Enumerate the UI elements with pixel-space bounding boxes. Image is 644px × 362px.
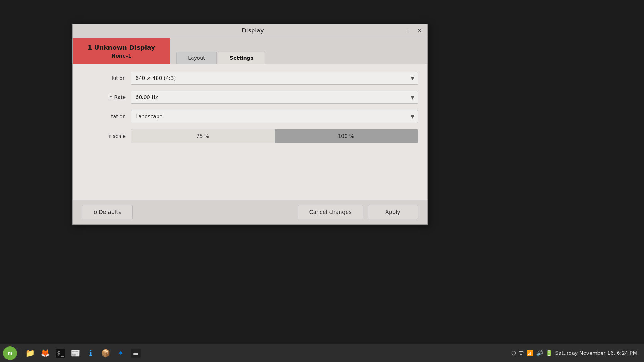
monitor-block[interactable]: 1 Unknown Display None-1 [73, 38, 170, 64]
taskbar-systray: ⬡ 🛡 📶 🔊 🔋 Saturday November 16, 6:24 PM [511, 350, 641, 356]
refresh-rate-dropdown-wrapper: 60.00 Hz 75.00 Hz 144.00 Hz ▼ [131, 91, 418, 104]
resolution-dropdown[interactable]: 640 × 480 (4:3) 800 × 600 (4:3) 1024 × 7… [131, 72, 418, 85]
reader-icon: 📰 [71, 349, 80, 358]
resolution-label: lution [82, 75, 131, 81]
taskbar-icon-file-manager[interactable]: 📁 [24, 347, 37, 360]
rotation-dropdown[interactable]: Landscape Portrait Landscape (Flipped) P… [131, 110, 418, 123]
taskbar-icon-mint-menu[interactable]: m [3, 346, 17, 360]
apply-button[interactable]: Apply [368, 205, 418, 219]
close-button[interactable]: ✕ [415, 26, 424, 35]
refresh-rate-row: h Rate 60.00 Hz 75.00 Hz 144.00 Hz ▼ [82, 91, 418, 104]
cancel-button[interactable]: Cancel changes [298, 205, 363, 219]
defaults-button[interactable]: o Defaults [82, 205, 133, 219]
taskbar-separator-1 [20, 348, 20, 358]
tab-settings[interactable]: Settings [218, 52, 265, 64]
rotation-label: tation [82, 113, 131, 119]
taskbar-icon-vscode[interactable]: ✦ [114, 347, 127, 360]
scale-buttons: 75 % 100 % [131, 129, 418, 143]
resolution-row: lution 640 × 480 (4:3) 800 × 600 (4:3) 1… [82, 72, 418, 85]
monitor-name: 1 Unknown Display [88, 43, 155, 52]
tab-group: Layout Settings [170, 37, 265, 64]
tab-layout[interactable]: Layout [176, 52, 217, 64]
monitor-tabs-area: 1 Unknown Display None-1 Layout Settings [73, 37, 427, 64]
taskbar-icon-firefox[interactable]: 🦊 [39, 347, 52, 360]
info-icon: ℹ [89, 349, 92, 358]
bluetooth-icon: ⬡ [511, 350, 516, 356]
scale-label: r scale [82, 133, 131, 139]
scale-control: 75 % 100 % [131, 129, 418, 143]
titlebar-controls: − ✕ [404, 26, 424, 35]
taskbar-icon-archive[interactable]: 📦 [99, 347, 112, 360]
firefox-icon: 🦊 [41, 349, 50, 358]
taskbar-icon-console[interactable]: ▬ [129, 347, 142, 360]
scale-75-button[interactable]: 75 % [131, 129, 275, 143]
wifi-icon: 📶 [527, 350, 534, 356]
console-icon: ▬ [131, 349, 141, 358]
window-title: Display [102, 27, 404, 34]
monitor-sub: None-1 [111, 52, 131, 60]
taskbar-icon-reader[interactable]: 📰 [69, 347, 82, 360]
refresh-rate-control: 60.00 Hz 75.00 Hz 144.00 Hz ▼ [131, 91, 418, 104]
taskbar: m 📁 🦊 $_ 📰 ℹ 📦 ✦ ▬ ⬡ 🛡 📶 🔊 🔋 Saturday No… [0, 344, 644, 362]
rotation-control: Landscape Portrait Landscape (Flipped) P… [131, 110, 418, 123]
taskbar-icon-info[interactable]: ℹ [84, 347, 97, 360]
vscode-icon: ✦ [118, 349, 124, 358]
shield-icon: 🛡 [519, 350, 524, 356]
rotation-dropdown-wrapper: Landscape Portrait Landscape (Flipped) P… [131, 110, 418, 123]
rotation-row: tation Landscape Portrait Landscape (Fli… [82, 110, 418, 123]
window-content: 1 Unknown Display None-1 Layout Settings… [73, 37, 427, 224]
terminal-icon: $_ [56, 349, 65, 358]
display-settings-window: Display − ✕ 1 Unknown Display None-1 Lay… [72, 24, 428, 225]
scale-100-button[interactable]: 100 % [275, 129, 418, 143]
titlebar: Display − ✕ [73, 24, 427, 37]
archive-icon: 📦 [101, 349, 110, 358]
file-manager-icon: 📁 [25, 349, 35, 358]
battery-icon: 🔋 [546, 350, 552, 356]
resolution-dropdown-wrapper: 640 × 480 (4:3) 800 × 600 (4:3) 1024 × 7… [131, 72, 418, 85]
taskbar-icon-terminal[interactable]: $_ [54, 347, 67, 360]
refresh-rate-dropdown[interactable]: 60.00 Hz 75.00 Hz 144.00 Hz [131, 91, 418, 104]
mint-logo-label: m [8, 351, 13, 356]
refresh-rate-label: h Rate [82, 94, 131, 100]
scale-row: r scale 75 % 100 % [82, 129, 418, 143]
resolution-control: 640 × 480 (4:3) 800 × 600 (4:3) 1024 × 7… [131, 72, 418, 85]
taskbar-clock: Saturday November 16, 6:24 PM [555, 350, 641, 356]
footer: o Defaults Cancel changes Apply [73, 200, 427, 224]
minimize-button[interactable]: − [404, 26, 411, 35]
settings-content: lution 640 × 480 (4:3) 800 × 600 (4:3) 1… [73, 64, 427, 200]
footer-left: o Defaults [82, 205, 293, 219]
volume-icon: 🔊 [536, 350, 543, 356]
